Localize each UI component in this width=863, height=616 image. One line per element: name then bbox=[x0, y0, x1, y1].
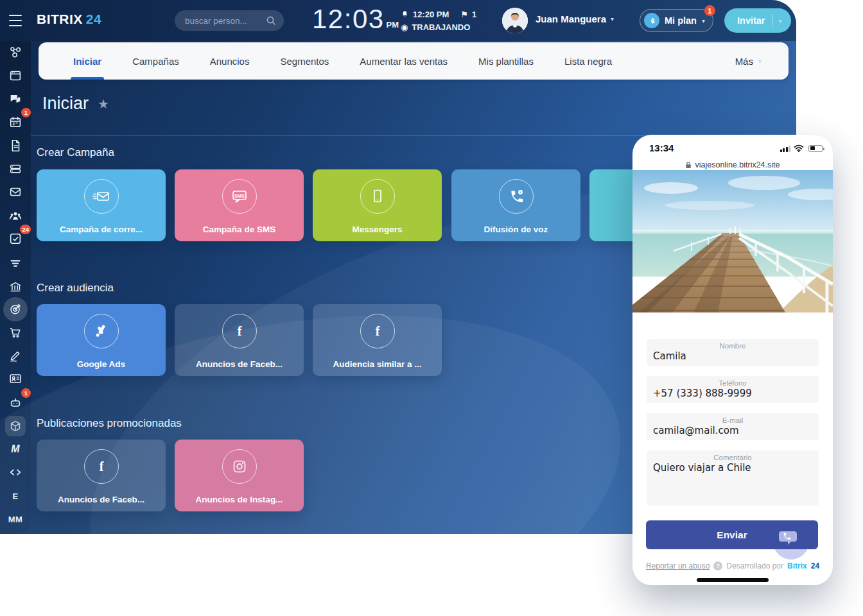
topbar: BITRIX24 buscar person... 12:03 PM 12:20… bbox=[0, 0, 796, 41]
comment-field[interactable]: Comentario Quiero viajar a Chile bbox=[647, 450, 819, 506]
calendar-badge: 1 bbox=[21, 108, 31, 117]
building-icon bbox=[8, 280, 22, 294]
sidebar-item-calendar[interactable]: 1 bbox=[4, 110, 27, 133]
button-divider bbox=[772, 14, 772, 27]
copilot-badge: 1 bbox=[21, 388, 31, 398]
chevron-down-icon: ▾ bbox=[702, 17, 705, 24]
sidebar-item-employees[interactable] bbox=[4, 204, 27, 227]
sidebar-item-tasks[interactable]: 24 bbox=[4, 227, 27, 250]
name-field[interactable]: Nombre Camila bbox=[647, 339, 819, 366]
phone-time: 13:34 bbox=[649, 142, 674, 153]
my-plan-button[interactable]: Mi plan ▾ 1 bbox=[640, 9, 713, 32]
chat-icon bbox=[8, 92, 22, 106]
drive-icon bbox=[8, 162, 22, 176]
favorite-star-icon[interactable]: ★ bbox=[98, 96, 109, 112]
marketing-tabs: Iniciar Campañas Anuncios Segmentos Aume… bbox=[39, 42, 789, 80]
sidebar-item-market[interactable]: M bbox=[4, 438, 27, 461]
sidebar-item-drive[interactable] bbox=[4, 157, 27, 180]
avatar[interactable] bbox=[502, 8, 528, 33]
invite-button[interactable]: Invitar ▾ bbox=[724, 8, 791, 33]
tab-more[interactable]: Más ▾ bbox=[720, 42, 769, 80]
card-lookalike-audience[interactable]: f Audiencia similar a ... bbox=[313, 304, 442, 376]
sidebar-item-workspace-e[interactable]: E bbox=[4, 484, 27, 508]
user-menu[interactable]: Juan Manguera ▾ bbox=[536, 13, 614, 24]
sms-icon: SMS bbox=[222, 179, 257, 214]
sidebar-item-marketing[interactable] bbox=[4, 298, 27, 321]
bitrix24-brand-link[interactable]: 24 bbox=[811, 561, 819, 570]
clock-meridiem: PM bbox=[387, 10, 399, 40]
tab-mis-plantillas[interactable]: Mis plantillas bbox=[463, 42, 549, 80]
smartphone-icon bbox=[360, 179, 395, 214]
email-field[interactable]: E-mail camila@mail.com bbox=[647, 413, 819, 440]
phone-field-label: Teléfono bbox=[647, 376, 819, 387]
sidebar-item-apps[interactable] bbox=[4, 415, 27, 438]
sidebar: 1 24 bbox=[0, 41, 31, 534]
menu-icon[interactable] bbox=[9, 15, 22, 26]
sidebar-item-copilot[interactable]: 1 bbox=[4, 391, 27, 414]
wifi-icon bbox=[794, 144, 804, 152]
sidebar-item-messenger[interactable] bbox=[4, 87, 27, 110]
sidebar-item-mail[interactable] bbox=[4, 180, 27, 203]
contact-card-icon bbox=[8, 372, 22, 386]
sidebar-item-sites[interactable] bbox=[4, 64, 27, 87]
card-voice-broadcast[interactable]: Difusión de voz bbox=[451, 169, 580, 241]
page-title: Iniciar ★ bbox=[42, 94, 109, 114]
sidebar-item-company[interactable] bbox=[4, 275, 27, 298]
help-icon[interactable]: ? bbox=[713, 561, 722, 570]
home-indicator[interactable] bbox=[697, 578, 769, 582]
sidebar-item-store[interactable] bbox=[4, 321, 27, 344]
tab-campanas[interactable]: Campañas bbox=[117, 42, 195, 80]
card-label: Anuncios de Faceb... bbox=[180, 359, 299, 369]
tab-anuncios[interactable]: Anuncios bbox=[195, 42, 265, 80]
tab-segmentos[interactable]: Segmentos bbox=[265, 42, 344, 80]
section-heading: Publicaciones promocionadas bbox=[37, 417, 182, 430]
funnel-icon bbox=[8, 257, 22, 271]
card-email-campaign[interactable]: Campaña de corre... bbox=[37, 169, 166, 241]
site-url: viajesonline.bitrix24.site bbox=[695, 160, 780, 169]
my-plan-label: Mi plan bbox=[665, 15, 697, 26]
sidebar-item-contacts[interactable] bbox=[4, 367, 27, 390]
card-google-ads[interactable]: Google Ads bbox=[37, 304, 166, 376]
card-instagram-posts[interactable]: Anuncios de Instag... bbox=[175, 440, 304, 511]
sidebar-item-feed[interactable] bbox=[4, 40, 27, 64]
card-facebook-ads[interactable]: f Anuncios de Faceb... bbox=[175, 304, 304, 376]
work-status: 12:20 PM ⚑ 1 ◉ TRABAJANDO bbox=[401, 8, 476, 33]
chat-widget-icon bbox=[777, 526, 799, 548]
battery-icon bbox=[808, 145, 823, 152]
browser-address-bar[interactable]: viajesonline.bitrix24.site bbox=[632, 160, 833, 169]
pen-icon bbox=[8, 348, 22, 363]
card-label: Campaña de SMS bbox=[180, 225, 299, 234]
name-field-label: Nombre bbox=[647, 339, 819, 350]
phone-field-value: +57 (333) 888-9999 bbox=[647, 387, 819, 399]
search-input[interactable]: buscar person... bbox=[175, 10, 284, 31]
card-sms-campaign[interactable]: SMS Campaña de SMS bbox=[175, 169, 304, 241]
phone-number-field[interactable]: Teléfono +57 (333) 888-9999 bbox=[647, 376, 819, 403]
logo-text: BITRIX bbox=[37, 12, 83, 26]
sidebar-item-documents[interactable] bbox=[4, 134, 27, 157]
browser-icon bbox=[8, 69, 22, 83]
bitrix24-logo[interactable]: BITRIX24 bbox=[37, 12, 101, 27]
page-title-text: Iniciar bbox=[42, 94, 89, 114]
search-placeholder: buscar person... bbox=[185, 16, 266, 26]
report-abuse-link[interactable]: Reportar un abuso bbox=[646, 561, 710, 570]
document-icon bbox=[8, 139, 22, 153]
card-label: Difusión de voz bbox=[457, 225, 575, 234]
workspace-mm-label: MM bbox=[8, 515, 22, 524]
card-messengers[interactable]: Messengers bbox=[313, 169, 442, 241]
sidebar-item-crm[interactable] bbox=[4, 252, 27, 275]
logo-accent-text: 24 bbox=[86, 12, 101, 26]
alarm-time: 12:20 PM bbox=[413, 10, 449, 19]
tab-lista-negra[interactable]: Lista negra bbox=[549, 42, 627, 80]
card-facebook-posts[interactable]: f Anuncios de Faceb... bbox=[37, 440, 166, 511]
phone-status-bar: 13:34 bbox=[649, 142, 823, 153]
work-clock[interactable]: 12:03 PM bbox=[312, 4, 399, 40]
sidebar-item-sign[interactable] bbox=[4, 344, 27, 367]
pier-photo bbox=[632, 170, 833, 312]
sidebar-item-developer[interactable] bbox=[4, 461, 27, 484]
working-label: TRABAJANDO bbox=[412, 22, 470, 32]
tab-aumentar-ventas[interactable]: Aumentar las ventas bbox=[344, 42, 463, 80]
tab-iniciar[interactable]: Iniciar bbox=[58, 42, 117, 80]
chevron-down-icon: ▾ bbox=[779, 17, 782, 24]
sidebar-item-workspace-mm[interactable]: MM bbox=[4, 508, 27, 531]
bitrix-brand-link[interactable]: Bitrix bbox=[787, 561, 807, 570]
